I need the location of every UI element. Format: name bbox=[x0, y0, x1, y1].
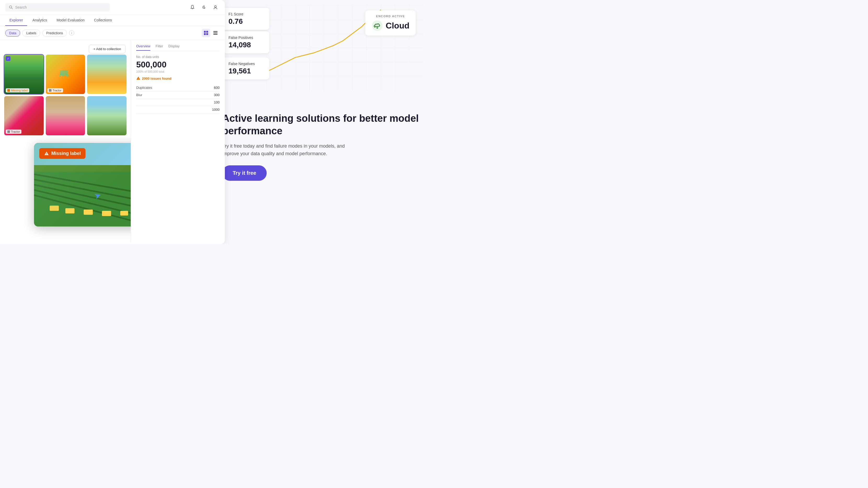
overview-tab-display[interactable]: Display bbox=[168, 44, 180, 51]
svg-rect-25 bbox=[34, 165, 131, 172]
fp-value: 14,098 bbox=[228, 41, 263, 49]
list-view-button[interactable] bbox=[211, 29, 220, 37]
overview-panel: Overview Filter Display No. of data unit… bbox=[131, 40, 225, 242]
tab-model-evaluation[interactable]: Model Evaluation bbox=[52, 15, 89, 26]
f1-value: 0.76 bbox=[228, 17, 263, 26]
svg-text:!: ! bbox=[138, 77, 139, 80]
svg-rect-29 bbox=[102, 211, 111, 216]
label-icon-2 bbox=[49, 89, 52, 92]
overview-tab-overview[interactable]: Overview bbox=[136, 44, 150, 51]
issue-count-blur: 300 bbox=[214, 93, 220, 97]
view-icons bbox=[202, 29, 220, 37]
notification-icon[interactable] bbox=[188, 3, 196, 11]
metric-fn-card: False Negatives 19,561 bbox=[222, 58, 269, 79]
issues-warning-icon: ! bbox=[136, 76, 141, 80]
issues-row-4: 1000 bbox=[136, 106, 220, 113]
svg-rect-26 bbox=[50, 205, 59, 211]
svg-rect-6 bbox=[206, 31, 208, 33]
cloud-label: Cloud bbox=[385, 21, 409, 31]
overview-tab-filter[interactable]: Filter bbox=[156, 44, 163, 51]
svg-rect-8 bbox=[206, 33, 208, 35]
topbar: Search bbox=[0, 0, 225, 15]
issues-badge: ! 2000 issues found bbox=[136, 76, 220, 80]
svg-rect-28 bbox=[84, 209, 93, 215]
add-to-collection-button[interactable]: + Add to collection bbox=[89, 45, 125, 53]
tab-analytics[interactable]: Analytics bbox=[28, 15, 51, 26]
user-icon[interactable] bbox=[211, 3, 220, 11]
metric-fp-card: False Positives 14,098 bbox=[222, 31, 269, 53]
units-value: 500,000 bbox=[136, 60, 220, 69]
metric-f1-card: F1 Score 0.76 bbox=[222, 8, 269, 30]
warning-icon: ! bbox=[44, 151, 49, 156]
grid-view-button[interactable] bbox=[202, 29, 210, 37]
filter-predictions[interactable]: Predictions bbox=[42, 30, 67, 37]
svg-line-20 bbox=[34, 174, 131, 195]
dark-mode-icon[interactable] bbox=[200, 3, 208, 11]
svg-rect-9 bbox=[213, 31, 218, 32]
image-grid-area: + Add to collection ✓ Missing label bbox=[0, 40, 131, 242]
issue-count-3: 100 bbox=[214, 100, 220, 104]
search-box[interactable]: Search bbox=[5, 3, 110, 11]
missing-label-badge: ! Missing label bbox=[39, 148, 86, 159]
tab-collections[interactable]: Collections bbox=[90, 15, 116, 26]
marketing-section: Active learning solutions for better mod… bbox=[220, 107, 424, 186]
nav-tabs: Explorer Analytics Model Evaluation Coll… bbox=[0, 15, 225, 26]
search-icon bbox=[9, 5, 13, 9]
svg-rect-30 bbox=[120, 211, 128, 216]
image-cell-6[interactable] bbox=[87, 96, 127, 136]
svg-rect-12 bbox=[7, 89, 10, 92]
svg-rect-27 bbox=[65, 208, 74, 214]
issue-count-duplicates: 600 bbox=[214, 86, 220, 90]
image-cell-3[interactable] bbox=[87, 55, 127, 94]
tractor-svg bbox=[58, 66, 73, 77]
fn-label: False Negatives bbox=[228, 62, 263, 66]
svg-point-4 bbox=[215, 6, 216, 7]
overview-tabs: Overview Filter Display bbox=[136, 44, 220, 51]
svg-line-22 bbox=[34, 185, 131, 211]
svg-rect-7 bbox=[204, 33, 206, 35]
f1-label: F1 Score bbox=[228, 12, 263, 16]
search-placeholder: Search bbox=[15, 5, 27, 9]
info-icon[interactable]: i bbox=[69, 30, 74, 35]
issues-row-3: 100 bbox=[136, 99, 220, 106]
popup-image-overlay: ! Missing label ➤ Send to Annotate bbox=[34, 143, 131, 227]
img-label-1: Missing label bbox=[6, 88, 29, 93]
image-grid: ✓ Missing label bbox=[4, 55, 127, 135]
svg-line-24 bbox=[34, 195, 131, 227]
image-cell-5[interactable] bbox=[46, 96, 85, 136]
right-panel: F1 Score 0.76 False Positives 14,098 Fal… bbox=[209, 0, 434, 244]
image-cell-1[interactable]: ✓ Missing label bbox=[4, 55, 44, 94]
main-content: + Add to collection ✓ Missing label bbox=[0, 40, 225, 242]
tab-explorer[interactable]: Explorer bbox=[5, 15, 27, 26]
issue-label-blur: Blur bbox=[136, 93, 142, 97]
metrics-chart-area: F1 Score 0.76 False Positives 14,098 Fal… bbox=[220, 5, 424, 99]
svg-rect-17 bbox=[7, 130, 10, 133]
svg-line-3 bbox=[11, 8, 12, 9]
checkbox-1: ✓ bbox=[6, 56, 10, 61]
label-icon-1 bbox=[7, 89, 10, 92]
svg-rect-10 bbox=[213, 33, 218, 33]
issue-label-duplicates: Duplicates bbox=[136, 86, 152, 90]
img-label-4: Tractor bbox=[6, 130, 22, 134]
try-free-button[interactable]: Try it free bbox=[222, 165, 267, 181]
issues-count-text: 2000 issues found bbox=[142, 76, 172, 80]
image-cell-4[interactable]: Tractor bbox=[4, 96, 44, 136]
issues-row-blur: Blur 300 bbox=[136, 91, 220, 99]
filter-data[interactable]: Data bbox=[5, 30, 20, 37]
image-cell-2[interactable]: Tractor bbox=[46, 55, 85, 94]
filter-labels[interactable]: Labels bbox=[22, 30, 40, 37]
cloud-icon bbox=[372, 20, 383, 31]
marketing-subtext: Try it free today and find failure modes… bbox=[222, 142, 358, 158]
svg-point-1 bbox=[372, 21, 382, 31]
issues-row-duplicates: Duplicates 600 bbox=[136, 84, 220, 91]
units-sub: 100% of 500,000 total bbox=[136, 70, 220, 73]
popup-farm-image: ! Missing label ➤ bbox=[34, 143, 131, 227]
label-icon-4 bbox=[7, 130, 10, 133]
fn-value: 19,561 bbox=[228, 67, 263, 75]
units-label: No. of data units bbox=[136, 55, 220, 59]
topbar-icons bbox=[188, 3, 220, 11]
img-label-2: Tractor bbox=[47, 88, 63, 93]
svg-line-21 bbox=[34, 180, 131, 203]
svg-rect-16 bbox=[49, 89, 52, 92]
marketing-headline: Active learning solutions for better mod… bbox=[222, 112, 421, 137]
